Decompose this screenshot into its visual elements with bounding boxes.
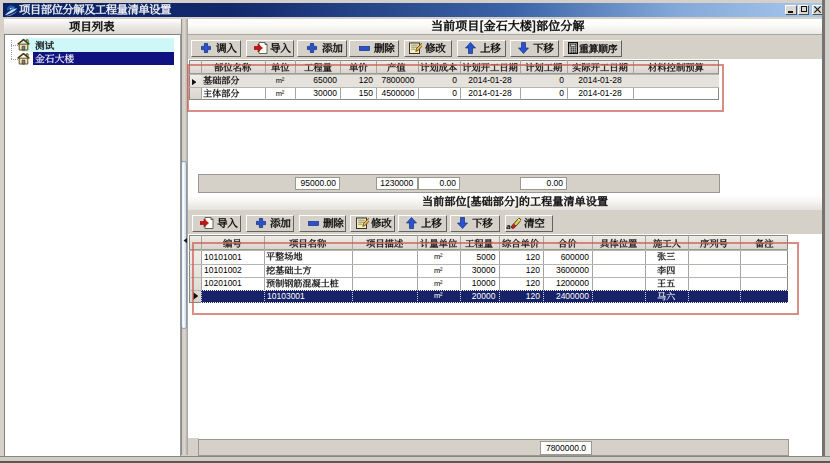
svg-text:a: a	[506, 220, 511, 230]
